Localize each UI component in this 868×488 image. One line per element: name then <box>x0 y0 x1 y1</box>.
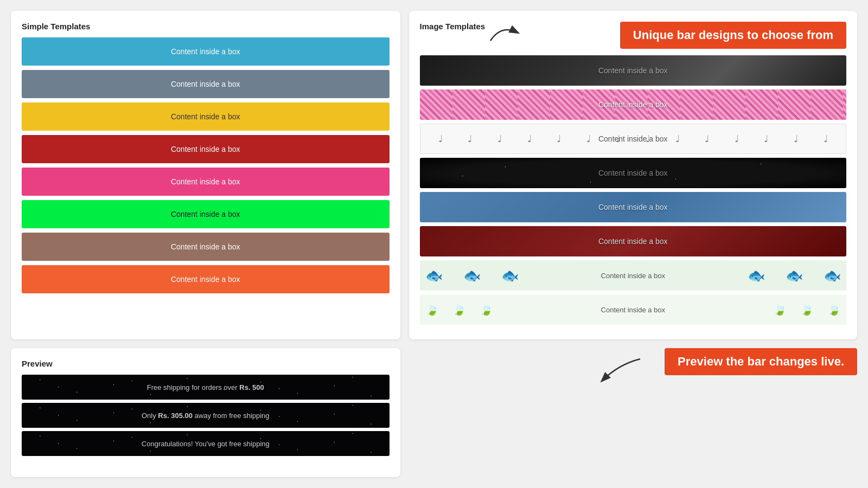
template-bar-red[interactable]: Content inside a box <box>22 135 390 163</box>
preview-title: Preview <box>22 359 390 368</box>
image-templates-card: Image Templates Unique bar designs to ch… <box>409 11 857 339</box>
template-bar-pink[interactable]: Content inside a box <box>22 168 390 196</box>
img-template-bar-music[interactable]: ♩♩♩♩♩♩♩♩♩♩♩♩♩♩ Content inside a box <box>420 124 846 154</box>
arrow-icon <box>485 19 528 46</box>
image-templates-callout: Unique bar designs to choose from <box>620 22 846 49</box>
img-template-bar-space[interactable]: Content inside a box <box>420 158 846 188</box>
img-template-bar-dark-red[interactable]: Content inside a box <box>420 226 846 256</box>
template-bar-blue[interactable]: Content inside a box <box>22 37 390 66</box>
bottom-promo-area: Preview the bar changes live. <box>409 348 857 477</box>
main-container: Simple Templates Content inside a box Co… <box>0 0 868 488</box>
template-bar-yellow[interactable]: Content inside a box <box>22 102 390 131</box>
preview-callout: Preview the bar changes live. <box>665 348 857 375</box>
img-template-bar-leaf[interactable]: 🍃 🍃 🍃 🍃 🍃 🍃 Content inside a box <box>420 294 846 325</box>
simple-templates-card: Simple Templates Content inside a box Co… <box>11 11 400 339</box>
img-template-bar-dark[interactable]: Content inside a box <box>420 55 846 86</box>
image-templates-title: Image Templates <box>420 22 486 31</box>
simple-templates-title: Simple Templates <box>22 22 390 31</box>
preview-card: Preview Free shipping for orders over Rs… <box>11 348 400 477</box>
img-template-bar-fish[interactable]: 🐟 🐟 🐟 🐟 🐟 🐟 Content inside a box <box>420 260 846 291</box>
template-bar-brown[interactable]: Content inside a box <box>22 233 390 261</box>
template-bar-orange[interactable]: Content inside a box <box>22 265 390 293</box>
img-template-bar-blue-texture[interactable]: Content inside a box <box>420 192 846 222</box>
img-template-bar-pink-floral[interactable]: Content inside a box <box>420 89 846 120</box>
template-bar-green[interactable]: Content inside a box <box>22 200 390 228</box>
preview-bar-1: Free shipping for orders over Rs. 500 <box>22 375 390 400</box>
preview-bar-3: Congratulations! You've got free shippin… <box>22 431 390 456</box>
top-row: Simple Templates Content inside a box Co… <box>11 11 857 339</box>
bottom-row: Preview Free shipping for orders over Rs… <box>11 348 857 477</box>
preview-bar-2: Only Rs. 305.00 away from free shipping <box>22 403 390 428</box>
preview-arrow-icon <box>591 354 646 386</box>
template-bar-gray[interactable]: Content inside a box <box>22 70 390 98</box>
